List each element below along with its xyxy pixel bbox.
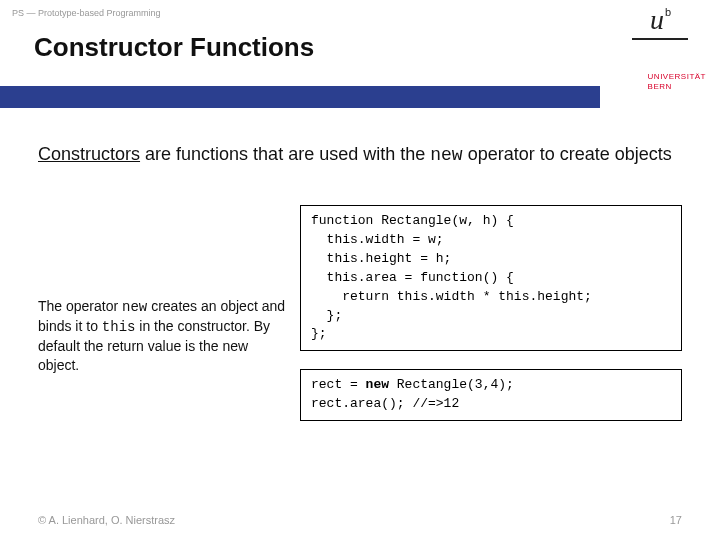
columns: The operator new creates an object and b…	[38, 205, 682, 439]
exp-new: new	[122, 299, 147, 315]
intro-t2: operator to create objects	[463, 144, 672, 164]
explanation: The operator new creates an object and b…	[38, 205, 286, 439]
logo-letter-b: b	[665, 6, 671, 18]
code-column: function Rectangle(w, h) { this.width = …	[300, 205, 682, 439]
logo-letter-u: u	[650, 4, 664, 36]
uni-line1: UNIVERSITÄT	[648, 72, 706, 82]
uni-line2: BERN	[648, 82, 706, 92]
cb2-pre: rect =	[311, 377, 366, 392]
logo-underline	[632, 38, 688, 40]
intro-new: new	[430, 145, 462, 165]
intro-text: Constructors are functions that are used…	[38, 142, 682, 167]
footer: © A. Lienhard, O. Nierstrasz 17	[38, 514, 682, 526]
university-logo: ub UNIVERSITÄT BERN	[600, 0, 720, 110]
exp-this: this	[102, 319, 136, 335]
cb2-new: new	[366, 377, 389, 392]
code-block-function: function Rectangle(w, h) { this.width = …	[300, 205, 682, 351]
content-area: Constructors are functions that are used…	[0, 108, 720, 439]
footer-credit: © A. Lienhard, O. Nierstrasz	[38, 514, 175, 526]
university-name: UNIVERSITÄT BERN	[648, 72, 706, 93]
code-block-usage: rect = new Rectangle(3,4); rect.area(); …	[300, 369, 682, 421]
page-number: 17	[670, 514, 682, 526]
intro-constructors: Constructors	[38, 144, 140, 164]
exp-t1: The operator	[38, 298, 122, 314]
intro-t1: are functions that are used with the	[140, 144, 430, 164]
